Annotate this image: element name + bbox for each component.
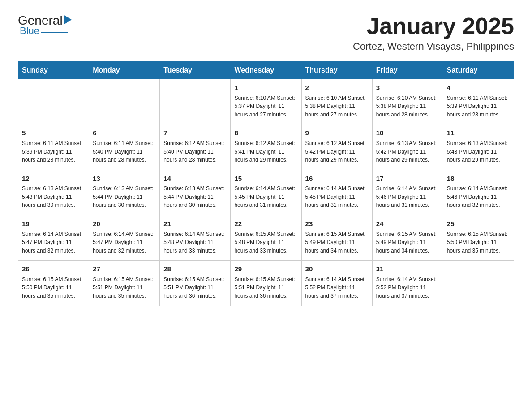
day-info: Sunrise: 6:10 AM Sunset: 5:38 PM Dayligh… (376, 94, 439, 119)
calendar-cell: 21Sunrise: 6:14 AM Sunset: 5:48 PM Dayli… (160, 215, 231, 261)
calendar-cell: 27Sunrise: 6:15 AM Sunset: 5:51 PM Dayli… (89, 261, 160, 306)
day-info: Sunrise: 6:14 AM Sunset: 5:45 PM Dayligh… (234, 184, 297, 210)
calendar-header-thursday: Thursday (301, 62, 372, 79)
day-info: Sunrise: 6:14 AM Sunset: 5:52 PM Dayligh… (376, 275, 439, 300)
day-number: 26 (22, 264, 85, 274)
month-title: January 2025 (353, 13, 514, 39)
day-info: Sunrise: 6:11 AM Sunset: 5:39 PM Dayligh… (22, 139, 85, 164)
calendar-cell: 17Sunrise: 6:14 AM Sunset: 5:46 PM Dayli… (372, 170, 443, 215)
calendar-week-row: 26Sunrise: 6:15 AM Sunset: 5:50 PM Dayli… (18, 261, 514, 306)
day-info: Sunrise: 6:13 AM Sunset: 5:44 PM Dayligh… (163, 184, 227, 210)
day-info: Sunrise: 6:11 AM Sunset: 5:40 PM Dayligh… (93, 139, 156, 164)
page-header: General Blue January 2025 Cortez, Wester… (18, 13, 514, 52)
day-info: Sunrise: 6:15 AM Sunset: 5:49 PM Dayligh… (376, 230, 439, 255)
calendar-cell: 11Sunrise: 6:13 AM Sunset: 5:43 PM Dayli… (443, 124, 514, 170)
calendar-header-wednesday: Wednesday (231, 62, 301, 79)
day-number: 17 (376, 174, 439, 184)
day-info: Sunrise: 6:14 AM Sunset: 5:45 PM Dayligh… (305, 184, 369, 210)
day-number: 7 (163, 128, 227, 138)
day-number: 29 (234, 264, 297, 274)
title-section: January 2025 Cortez, Western Visayas, Ph… (353, 13, 514, 52)
calendar-cell: 22Sunrise: 6:15 AM Sunset: 5:48 PM Dayli… (231, 215, 301, 261)
day-number: 18 (447, 174, 510, 184)
calendar-cell: 2Sunrise: 6:10 AM Sunset: 5:38 PM Daylig… (301, 79, 372, 124)
calendar-cell: 10Sunrise: 6:13 AM Sunset: 5:42 PM Dayli… (372, 124, 443, 170)
day-info: Sunrise: 6:14 AM Sunset: 5:46 PM Dayligh… (447, 184, 510, 210)
calendar-header-row: SundayMondayTuesdayWednesdayThursdayFrid… (18, 62, 514, 79)
day-info: Sunrise: 6:11 AM Sunset: 5:39 PM Dayligh… (447, 94, 510, 119)
day-info: Sunrise: 6:10 AM Sunset: 5:37 PM Dayligh… (234, 94, 297, 119)
day-number: 5 (22, 128, 85, 138)
calendar-cell: 6Sunrise: 6:11 AM Sunset: 5:40 PM Daylig… (89, 124, 160, 170)
day-number: 2 (305, 83, 369, 93)
day-info: Sunrise: 6:14 AM Sunset: 5:48 PM Dayligh… (163, 230, 227, 255)
calendar-cell: 18Sunrise: 6:14 AM Sunset: 5:46 PM Dayli… (443, 170, 514, 215)
calendar-cell (443, 261, 514, 306)
calendar-cell: 1Sunrise: 6:10 AM Sunset: 5:37 PM Daylig… (231, 79, 301, 124)
day-number: 19 (22, 219, 85, 229)
calendar-cell: 8Sunrise: 6:12 AM Sunset: 5:41 PM Daylig… (231, 124, 301, 170)
day-info: Sunrise: 6:13 AM Sunset: 5:44 PM Dayligh… (93, 184, 156, 210)
calendar-cell: 24Sunrise: 6:15 AM Sunset: 5:49 PM Dayli… (372, 215, 443, 261)
day-info: Sunrise: 6:14 AM Sunset: 5:47 PM Dayligh… (93, 230, 156, 255)
day-number: 1 (234, 83, 297, 93)
day-info: Sunrise: 6:15 AM Sunset: 5:49 PM Dayligh… (305, 230, 369, 255)
calendar-cell: 28Sunrise: 6:15 AM Sunset: 5:51 PM Dayli… (160, 261, 231, 306)
day-number: 28 (163, 264, 227, 274)
day-number: 23 (305, 219, 369, 229)
calendar-cell: 29Sunrise: 6:15 AM Sunset: 5:51 PM Dayli… (231, 261, 301, 306)
day-number: 9 (305, 128, 369, 138)
calendar-cell (160, 79, 231, 124)
calendar-cell: 23Sunrise: 6:15 AM Sunset: 5:49 PM Dayli… (301, 215, 372, 261)
day-number: 25 (447, 219, 510, 229)
calendar-table: SundayMondayTuesdayWednesdayThursdayFrid… (18, 61, 514, 306)
calendar-cell: 5Sunrise: 6:11 AM Sunset: 5:39 PM Daylig… (18, 124, 89, 170)
calendar-header-tuesday: Tuesday (160, 62, 231, 79)
calendar-week-row: 5Sunrise: 6:11 AM Sunset: 5:39 PM Daylig… (18, 124, 514, 170)
calendar-week-row: 1Sunrise: 6:10 AM Sunset: 5:37 PM Daylig… (18, 79, 514, 124)
calendar-week-row: 19Sunrise: 6:14 AM Sunset: 5:47 PM Dayli… (18, 215, 514, 261)
calendar-cell: 16Sunrise: 6:14 AM Sunset: 5:45 PM Dayli… (301, 170, 372, 215)
calendar-cell: 7Sunrise: 6:12 AM Sunset: 5:40 PM Daylig… (160, 124, 231, 170)
day-number: 11 (447, 128, 510, 138)
day-number: 14 (163, 174, 227, 184)
calendar-cell: 20Sunrise: 6:14 AM Sunset: 5:47 PM Dayli… (89, 215, 160, 261)
day-info: Sunrise: 6:13 AM Sunset: 5:43 PM Dayligh… (22, 184, 85, 210)
calendar-header-monday: Monday (89, 62, 160, 79)
day-info: Sunrise: 6:15 AM Sunset: 5:50 PM Dayligh… (447, 230, 510, 255)
day-info: Sunrise: 6:15 AM Sunset: 5:51 PM Dayligh… (163, 275, 227, 300)
calendar-cell: 14Sunrise: 6:13 AM Sunset: 5:44 PM Dayli… (160, 170, 231, 215)
calendar-header-sunday: Sunday (18, 62, 89, 79)
day-number: 12 (22, 174, 85, 184)
logo-blue-text: Blue (20, 25, 39, 37)
calendar-header-friday: Friday (372, 62, 443, 79)
day-number: 22 (234, 219, 297, 229)
calendar-cell: 19Sunrise: 6:14 AM Sunset: 5:47 PM Dayli… (18, 215, 89, 261)
day-number: 30 (305, 264, 369, 274)
day-info: Sunrise: 6:14 AM Sunset: 5:52 PM Dayligh… (305, 275, 369, 300)
day-number: 15 (234, 174, 297, 184)
calendar-cell: 4Sunrise: 6:11 AM Sunset: 5:39 PM Daylig… (443, 79, 514, 124)
day-number: 24 (376, 219, 439, 229)
calendar-cell (18, 79, 89, 124)
svg-marker-0 (64, 15, 72, 25)
calendar-cell (89, 79, 160, 124)
calendar-cell: 26Sunrise: 6:15 AM Sunset: 5:50 PM Dayli… (18, 261, 89, 306)
day-info: Sunrise: 6:12 AM Sunset: 5:41 PM Dayligh… (234, 139, 297, 164)
day-info: Sunrise: 6:10 AM Sunset: 5:38 PM Dayligh… (305, 94, 369, 119)
day-info: Sunrise: 6:15 AM Sunset: 5:50 PM Dayligh… (22, 275, 85, 300)
calendar-cell: 25Sunrise: 6:15 AM Sunset: 5:50 PM Dayli… (443, 215, 514, 261)
calendar-week-row: 12Sunrise: 6:13 AM Sunset: 5:43 PM Dayli… (18, 170, 514, 215)
calendar-cell: 31Sunrise: 6:14 AM Sunset: 5:52 PM Dayli… (372, 261, 443, 306)
day-number: 8 (234, 128, 297, 138)
calendar-cell: 15Sunrise: 6:14 AM Sunset: 5:45 PM Dayli… (231, 170, 301, 215)
day-number: 10 (376, 128, 439, 138)
day-number: 21 (163, 219, 227, 229)
calendar-header-saturday: Saturday (443, 62, 514, 79)
day-number: 31 (376, 264, 439, 274)
day-number: 3 (376, 83, 439, 93)
day-info: Sunrise: 6:15 AM Sunset: 5:51 PM Dayligh… (234, 275, 297, 300)
calendar-cell: 12Sunrise: 6:13 AM Sunset: 5:43 PM Dayli… (18, 170, 89, 215)
day-info: Sunrise: 6:14 AM Sunset: 5:46 PM Dayligh… (376, 184, 439, 210)
day-number: 6 (93, 128, 156, 138)
